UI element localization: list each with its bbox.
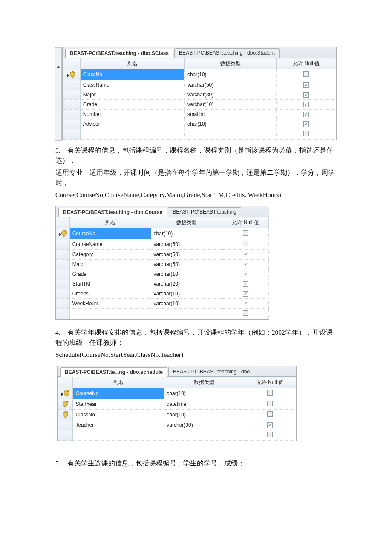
cell-allow-null[interactable]: [222, 239, 269, 250]
allow-null-checkbox[interactable]: ✓: [303, 92, 309, 98]
col-header-name[interactable]: 列名: [73, 377, 164, 388]
row-gutter[interactable]: [63, 69, 81, 80]
col-header-type[interactable]: 数据类型: [151, 217, 222, 228]
cell-data-type[interactable]: char(10): [164, 388, 244, 399]
allow-null-checkbox[interactable]: ✓: [303, 82, 309, 88]
allow-null-checkbox[interactable]: ✓: [267, 422, 273, 428]
table-row[interactable]: ClassNochar(10): [58, 410, 296, 420]
cell-column-name[interactable]: [69, 309, 151, 319]
col-header-null[interactable]: 允许 Null 值: [222, 217, 269, 228]
cell-data-type[interactable]: [151, 309, 222, 319]
row-gutter[interactable]: [56, 260, 70, 269]
cell-data-type[interactable]: varchar(50): [151, 250, 222, 260]
cell-data-type[interactable]: char(10): [151, 228, 222, 239]
cell-column-name[interactable]: ClassNo: [73, 410, 164, 420]
cell-column-name[interactable]: [73, 430, 164, 441]
cell-column-name[interactable]: Credits: [69, 289, 151, 299]
cell-column-name[interactable]: Category: [69, 250, 151, 260]
allow-null-checkbox[interactable]: [303, 71, 309, 77]
cell-column-name[interactable]: Advisor: [80, 119, 184, 129]
cell-allow-null[interactable]: ✓: [277, 119, 336, 129]
table-row[interactable]: StartTMvarchar(20)✓: [56, 279, 269, 289]
row-gutter[interactable]: [56, 299, 70, 309]
cell-data-type[interactable]: datetime: [164, 399, 244, 410]
cell-column-name[interactable]: Teacher: [73, 420, 164, 430]
cell-column-name[interactable]: Number: [80, 110, 184, 119]
allow-null-checkbox[interactable]: ✓: [243, 272, 248, 277]
cell-column-name[interactable]: Major: [69, 260, 151, 269]
table-row[interactable]: Gradevarchar(10)✓: [56, 269, 269, 279]
row-gutter[interactable]: [58, 399, 73, 410]
cell-column-name[interactable]: ClassName: [80, 80, 184, 90]
table-row[interactable]: CourseNochar(10): [56, 228, 269, 239]
tab-course-other[interactable]: BEAST-PC\BEAST.teaching: [168, 207, 241, 217]
tab-schedule[interactable]: BEAST-PC\BEAST.te...ng - dbo.schedule: [60, 367, 167, 377]
cell-allow-null[interactable]: [244, 410, 296, 420]
col-header-type[interactable]: 数据类型: [164, 377, 244, 388]
cell-data-type[interactable]: varchar(10): [151, 289, 222, 299]
allow-null-checkbox[interactable]: ✓: [243, 262, 248, 267]
allow-null-checkbox[interactable]: [267, 411, 273, 417]
col-header-null[interactable]: 允许 Null 值: [277, 58, 336, 69]
allow-null-checkbox[interactable]: [303, 131, 309, 136]
cell-column-name[interactable]: CourseNo: [73, 388, 164, 399]
allow-null-checkbox[interactable]: ✓: [243, 281, 248, 287]
cell-column-name[interactable]: StartTM: [69, 279, 151, 289]
cell-allow-null[interactable]: ✓: [277, 90, 336, 100]
table-row[interactable]: Majorvarchar(50)✓: [56, 260, 269, 269]
table-row[interactable]: ClassNamevarchar(50)✓: [63, 80, 336, 90]
table-row[interactable]: Gradevarchar(10)✓: [63, 100, 336, 110]
col-header-name[interactable]: 列名: [80, 58, 184, 69]
cell-column-name[interactable]: StartYear: [73, 399, 164, 410]
cell-allow-null[interactable]: ✓: [222, 289, 269, 299]
col-header-name[interactable]: 列名: [69, 217, 151, 228]
cell-allow-null[interactable]: [222, 309, 269, 319]
table-row-empty[interactable]: [58, 430, 296, 441]
cell-column-name[interactable]: CourseNo: [69, 228, 151, 239]
allow-null-checkbox[interactable]: ✓: [303, 102, 309, 107]
cell-allow-null[interactable]: [244, 430, 296, 441]
allow-null-checkbox[interactable]: ✓: [243, 291, 248, 297]
cell-column-name[interactable]: CourseName: [69, 239, 151, 250]
table-row[interactable]: CourseNochar(10): [58, 388, 296, 399]
cell-allow-null[interactable]: [277, 69, 336, 80]
row-gutter[interactable]: [63, 129, 81, 140]
table-row[interactable]: WeekHoursvarchar(10)✓: [56, 299, 269, 309]
cell-allow-null[interactable]: [244, 399, 296, 410]
table-row[interactable]: Numbersmallint✓: [63, 110, 336, 119]
row-gutter[interactable]: [63, 80, 81, 90]
cell-allow-null[interactable]: ✓: [222, 299, 269, 309]
cell-data-type[interactable]: [164, 430, 244, 441]
cell-data-type[interactable]: varchar(50): [151, 239, 222, 250]
row-gutter[interactable]: [63, 100, 81, 110]
tab-sclass[interactable]: BEAST-PC\BEAST.teaching - dbo.SClass: [65, 49, 173, 58]
row-gutter[interactable]: [63, 110, 81, 119]
cell-column-name[interactable]: Grade: [80, 100, 184, 110]
table-row[interactable]: Advisorchar(10)✓: [63, 119, 336, 129]
cell-allow-null[interactable]: ✓: [277, 110, 336, 119]
cell-data-type[interactable]: char(10): [184, 69, 276, 80]
cell-data-type[interactable]: varchar(10): [151, 269, 222, 279]
cell-data-type[interactable]: varchar(10): [151, 299, 222, 309]
row-gutter[interactable]: [58, 388, 73, 399]
cell-allow-null[interactable]: [277, 129, 336, 140]
row-gutter[interactable]: [56, 228, 70, 239]
allow-null-checkbox[interactable]: [243, 310, 248, 316]
row-gutter[interactable]: [56, 279, 70, 289]
cell-allow-null[interactable]: ✓: [222, 269, 269, 279]
row-gutter[interactable]: [56, 239, 70, 250]
tab-course[interactable]: BEAST-PC\BEAST.teaching - dbo.Course: [58, 208, 167, 217]
allow-null-checkbox[interactable]: ✓: [303, 112, 309, 117]
allow-null-checkbox[interactable]: [267, 401, 273, 406]
allow-null-checkbox[interactable]: [267, 432, 273, 437]
cell-data-type[interactable]: varchar(30): [164, 420, 244, 430]
col-header-null[interactable]: 允许 Null 值: [244, 377, 296, 388]
row-gutter[interactable]: [58, 430, 73, 441]
row-gutter[interactable]: [56, 269, 70, 279]
table-row-empty[interactable]: [63, 129, 336, 140]
row-gutter[interactable]: [58, 420, 73, 430]
cell-data-type[interactable]: varchar(10): [184, 100, 276, 110]
cell-allow-null[interactable]: ✓: [222, 279, 269, 289]
allow-null-checkbox[interactable]: [267, 390, 273, 396]
tab-schedule-other[interactable]: BEAST-PC\BEAST.teaching - dbo: [168, 367, 254, 376]
